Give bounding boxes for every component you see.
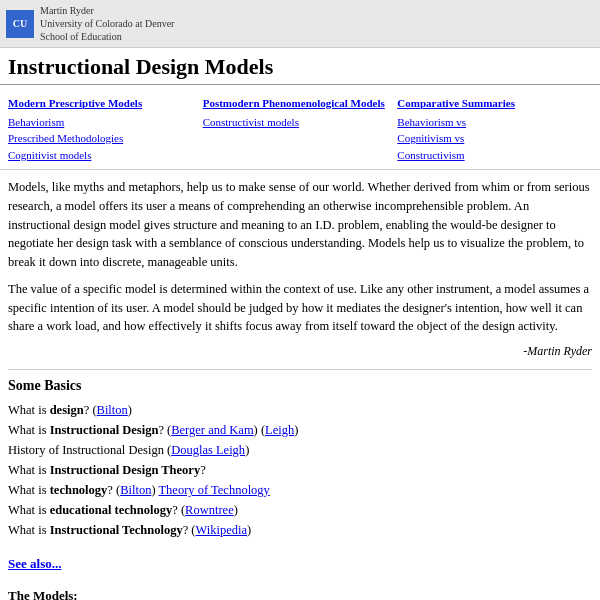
- link-leigh[interactable]: Leigh: [265, 423, 294, 437]
- nav-cognitivism-vs[interactable]: Cognitivism vs: [397, 130, 582, 147]
- bold-id: Instructional Design: [50, 423, 159, 437]
- see-also-link[interactable]: See also...: [8, 556, 61, 572]
- nav-constructivist[interactable]: Constructivist models: [203, 114, 388, 131]
- bold-id-theory: Instructional Design Theory: [50, 463, 200, 477]
- link-bilton-tech[interactable]: Bilton: [120, 483, 151, 497]
- qa-technology: What is technology? (Bilton) Theory of T…: [8, 480, 592, 500]
- nav-behaviorism-vs[interactable]: Behaviorism vs: [397, 114, 582, 131]
- qa-instructional-tech: What is Instructional Technology? (Wikip…: [8, 520, 592, 540]
- nav-behaviorism[interactable]: Behaviorism: [8, 114, 193, 131]
- link-rowntree[interactable]: Rowntree: [185, 503, 234, 517]
- qa-design: What is design? (Bilton): [8, 400, 592, 420]
- link-douglas[interactable]: Douglas Leigh: [171, 443, 245, 457]
- bold-it: Instructional Technology: [50, 523, 183, 537]
- nav-prescribed[interactable]: Prescribed Methodologies: [8, 130, 193, 147]
- nav-comparative-summaries[interactable]: Comparative Summaries: [397, 95, 582, 112]
- nav-col-postmodern: Postmodern Phenomenological Models Const…: [203, 95, 398, 163]
- school-name: School of Education: [40, 30, 174, 43]
- bold-design: design: [50, 403, 84, 417]
- models-section-title: The Models:: [8, 588, 592, 600]
- nav-cognitivist[interactable]: Cognitivist models: [8, 147, 193, 164]
- nav-modern-prescriptive[interactable]: Modern Prescriptive Models: [8, 95, 193, 112]
- university-name: University of Colorado at Denver: [40, 17, 174, 30]
- qa-instructional-design: What is Instructional Design? (Berger an…: [8, 420, 592, 440]
- link-bilton-design[interactable]: Bilton: [97, 403, 128, 417]
- nav-section: Modern Prescriptive Models Behaviorism P…: [0, 91, 600, 170]
- nav-col-modern: Modern Prescriptive Models Behaviorism P…: [8, 95, 203, 163]
- intro-p2: The value of a specific model is determi…: [8, 280, 592, 336]
- intro-p1: Models, like myths and metaphors, help u…: [8, 178, 592, 272]
- link-wikipedia-it[interactable]: Wikipedia: [196, 523, 248, 537]
- site-info: Martin Ryder University of Colorado at D…: [40, 4, 174, 43]
- divider-1: [8, 369, 592, 370]
- main-content: Models, like myths and metaphors, help u…: [0, 178, 600, 600]
- qa-history: History of Instructional Design (Douglas…: [8, 440, 592, 460]
- attribution: -Martin Ryder: [8, 344, 592, 359]
- nav-constructivism[interactable]: Constructivism: [397, 147, 582, 164]
- nav-postmodern[interactable]: Postmodern Phenomenological Models: [203, 95, 388, 112]
- qa-id-theory: What is Instructional Design Theory?: [8, 460, 592, 480]
- nav-col-comparative: Comparative Summaries Behaviorism vs Cog…: [397, 95, 592, 163]
- bold-ed-tech: educational technology: [50, 503, 173, 517]
- site-logo: CU: [6, 10, 34, 38]
- bold-technology: technology: [50, 483, 108, 497]
- some-basics-title: Some Basics: [8, 378, 592, 394]
- author-name: Martin Ryder: [40, 4, 174, 17]
- page-title: Instructional Design Models: [0, 48, 600, 85]
- link-theory-tech[interactable]: Theory of Technology: [158, 483, 269, 497]
- link-berger[interactable]: Berger and Kam: [171, 423, 253, 437]
- qa-ed-technology: What is educational technology? (Rowntre…: [8, 500, 592, 520]
- header: CU Martin Ryder University of Colorado a…: [0, 0, 600, 48]
